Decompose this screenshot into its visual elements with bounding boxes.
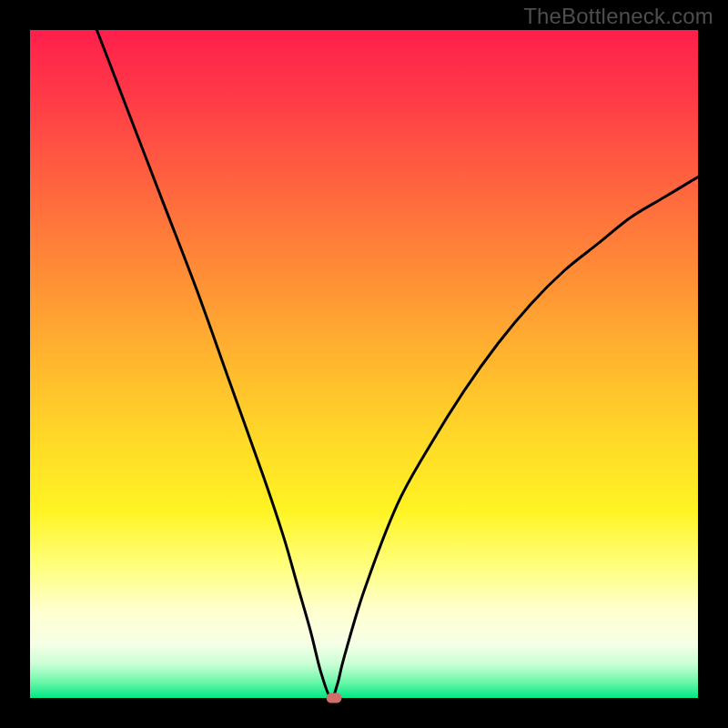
curve-layer [30,30,698,698]
watermark-text: TheBottleneck.com [523,4,713,29]
chart-frame: TheBottleneck.com [0,0,728,728]
optimum-marker [326,693,341,703]
bottleneck-curve [96,30,698,698]
